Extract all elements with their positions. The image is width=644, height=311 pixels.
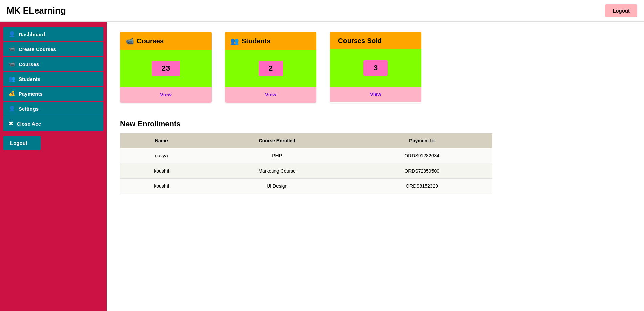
enrollment-payment_id: ORDS91282634 — [351, 148, 492, 163]
enrollments-section: New Enrollments NameCourse EnrolledPayme… — [120, 119, 630, 194]
header-logout-button[interactable]: Logout — [605, 4, 637, 17]
enrollment-payment_id: ORDS72859500 — [351, 163, 492, 179]
create-courses-icon: 📹 — [9, 46, 15, 52]
table-row: navyaPHPORDS91282634 — [120, 148, 492, 163]
close-acc-icon: ✖ — [9, 120, 13, 127]
app-title: MK ELearning — [7, 5, 66, 16]
sidebar-item-close-acc[interactable]: ✖Close Acc — [3, 116, 103, 131]
enrollments-title: New Enrollments — [120, 119, 630, 128]
enrollment-course: PHP — [203, 148, 351, 163]
dashboard-icon: 👤 — [9, 31, 15, 37]
stat-view-link-courses-card[interactable]: View — [160, 92, 172, 97]
body-layout: 👤Dashboard📹Create Courses📹Courses👥Studen… — [0, 22, 644, 311]
sidebar-item-create-courses[interactable]: 📹Create Courses — [3, 42, 103, 57]
settings-icon: 👤 — [9, 106, 15, 112]
stat-badge-courses-sold-card: 3 — [363, 60, 388, 76]
sidebar-item-payments[interactable]: 💰Payments — [3, 87, 103, 102]
sidebar-item-dashboard[interactable]: 👤Dashboard — [3, 27, 103, 42]
courses-card: 📹 Courses 23 View — [120, 32, 212, 103]
enrollment-course: UI Design — [203, 179, 351, 194]
stat-badge-students-card: 2 — [259, 61, 283, 76]
enrollment-name: koushil — [120, 163, 203, 179]
stat-card-body-courses-sold-card: 3 — [330, 49, 421, 87]
sidebar: 👤Dashboard📹Create Courses📹Courses👥Studen… — [0, 22, 107, 311]
table-row: koushilMarketing CourseORDS72859500 — [120, 163, 492, 179]
main-content: 📹 Courses 23 View 👥 Students 2 View Cour… — [107, 22, 644, 311]
enrollment-name: koushil — [120, 179, 203, 194]
stat-card-footer-courses-card: View — [120, 87, 212, 103]
stat-card-body-students-card: 2 — [225, 50, 316, 87]
stat-view-link-courses-sold-card[interactable]: View — [370, 91, 381, 97]
sidebar-item-label: Create Courses — [19, 46, 56, 52]
stat-card-header-courses-card: 📹 Courses — [120, 32, 212, 50]
sidebar-item-label: Courses — [19, 61, 39, 67]
courses-icon: 📹 — [9, 61, 15, 67]
sidebar-item-label: Dashboard — [19, 31, 45, 37]
sidebar-item-settings[interactable]: 👤Settings — [3, 102, 103, 116]
sidebar-item-label: Payments — [19, 91, 43, 97]
enrollments-col-header: Name — [120, 133, 203, 148]
stats-cards-row: 📹 Courses 23 View 👥 Students 2 View Cour… — [120, 32, 630, 103]
sidebar-logout-button[interactable]: Logout — [3, 136, 41, 150]
stat-title-students-card: Students — [242, 37, 271, 45]
students-icon: 👥 — [9, 76, 15, 82]
stat-card-footer-courses-sold-card: View — [330, 87, 421, 102]
sidebar-item-label: Settings — [19, 106, 39, 112]
stat-title-courses-sold-card: Courses Sold — [338, 37, 382, 45]
students-card: 👥 Students 2 View — [225, 32, 316, 103]
stat-title-courses-card: Courses — [137, 37, 164, 45]
enrollments-col-header: Payment Id — [351, 133, 492, 148]
sidebar-item-students[interactable]: 👥Students — [3, 72, 103, 87]
sidebar-item-label: Close Acc — [17, 121, 41, 127]
sidebar-item-label: Students — [19, 76, 40, 82]
payments-icon: 💰 — [9, 91, 15, 97]
enrollments-table: NameCourse EnrolledPayment Id navyaPHPOR… — [120, 133, 492, 194]
header: MK ELearning Logout — [0, 0, 644, 22]
stat-card-header-students-card: 👥 Students — [225, 32, 316, 50]
table-row: koushilUI DesignORDS8152329 — [120, 179, 492, 194]
enrollment-course: Marketing Course — [203, 163, 351, 179]
enrollment-name: navya — [120, 148, 203, 163]
enrollment-payment_id: ORDS8152329 — [351, 179, 492, 194]
enrollments-col-header: Course Enrolled — [203, 133, 351, 148]
stat-view-link-students-card[interactable]: View — [265, 92, 276, 97]
stat-card-header-courses-sold-card: Courses Sold — [330, 32, 421, 49]
stat-icon-students-card: 👥 — [230, 37, 239, 45]
sidebar-item-courses[interactable]: 📹Courses — [3, 57, 103, 72]
stat-icon-courses-card: 📹 — [126, 37, 134, 45]
stat-badge-courses-card: 23 — [152, 61, 180, 76]
courses-sold-card: Courses Sold 3 View — [330, 32, 421, 103]
stat-card-body-courses-card: 23 — [120, 50, 212, 87]
stat-card-footer-students-card: View — [225, 87, 316, 103]
